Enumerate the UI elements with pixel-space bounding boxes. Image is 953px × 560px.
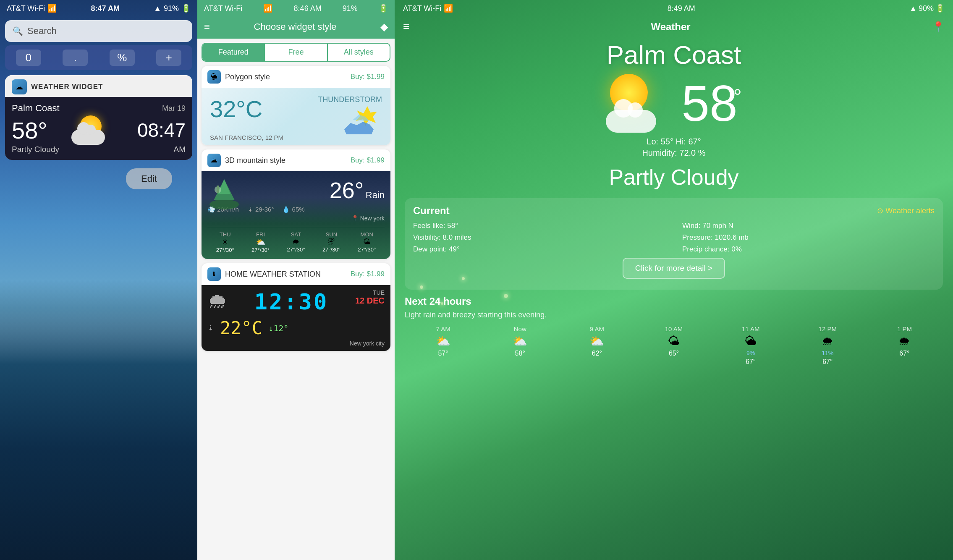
calc-plus[interactable]: + bbox=[156, 50, 181, 66]
home-station-card: 🌡 HOME WEATHER STATION Buy: $1.99 🌧 12:3… bbox=[202, 263, 390, 351]
weather-widget-header: ☁ WEATHER WIDGET bbox=[5, 75, 192, 97]
forecast-day-sun: SUN ⛈ 27°/30° bbox=[322, 231, 340, 253]
svg-rect-7 bbox=[217, 186, 219, 193]
forecast-day-thu: THU ☀ 27°/30° bbox=[216, 231, 234, 253]
forecast-day-sat: SAT 🌧 27°/30° bbox=[287, 231, 305, 253]
edit-button[interactable]: Edit bbox=[126, 168, 172, 189]
hour-icon-now: ⛅ bbox=[482, 334, 558, 348]
mountain-condition: Rain bbox=[366, 190, 385, 200]
search-bar[interactable]: 🔍 Search bbox=[5, 20, 192, 42]
calc-zero[interactable]: 0 bbox=[16, 50, 41, 66]
hour-icon-7am: ⛅ bbox=[405, 334, 482, 348]
hour-precip-12pm: 11% bbox=[789, 350, 866, 356]
station-temperature: 22°C bbox=[220, 318, 262, 338]
main-temp-display: 58° bbox=[681, 78, 741, 128]
panel2-header: ≡ Choose widget style ◆ bbox=[197, 17, 395, 39]
lo-hi-row: Lo: 55° Hi: 67° bbox=[405, 137, 943, 147]
p3-battery: 90% bbox=[919, 4, 934, 13]
station-temp-row: 🌡 22°C ↓12° bbox=[207, 318, 385, 338]
polygon-temperature: 32°C bbox=[210, 95, 262, 123]
polygon-weather-icon bbox=[340, 104, 382, 138]
station-date-col: TUE 12 DEC bbox=[355, 289, 385, 306]
mountain-style-name: 3D mountain style bbox=[225, 156, 285, 165]
hour-icon-12pm: 🌧 bbox=[789, 334, 866, 348]
panel3-status-bar: AT&T Wi-Fi 📶 8:49 AM ▲ 90% 🔋 bbox=[395, 0, 953, 17]
station-top-row: 🌧 12:30 TUE 12 DEC bbox=[207, 289, 385, 314]
battery-label: 91% bbox=[164, 4, 179, 13]
location-icon: ▲ bbox=[154, 4, 161, 13]
mountain-temperature: 26° bbox=[330, 178, 364, 203]
panel3-weather-detail: AT&T Wi-Fi 📶 8:49 AM ▲ 90% 🔋 ≡ Weather 📍… bbox=[395, 0, 953, 560]
search-placeholder: Search bbox=[27, 26, 57, 37]
mountain-style-card: ⛰ 3D mountain style Buy: $1.99 26° bbox=[202, 149, 390, 259]
forecast-day-fri: FRI ⛅ 27°/30° bbox=[251, 231, 270, 253]
station-clock: 12:30 bbox=[254, 289, 329, 314]
hour-9am: 9 AM ⛅ 62° bbox=[558, 325, 635, 366]
panel2-widget-chooser: AT&T Wi-Fi 📶 8:46 AM 91% 🔋 ≡ Choose widg… bbox=[197, 0, 395, 560]
detail-dew-point: Dew point: 49° bbox=[413, 245, 665, 254]
search-icon: 🔍 bbox=[13, 26, 23, 36]
tab-all-styles[interactable]: All styles bbox=[328, 44, 390, 61]
station-date: 12 DEC bbox=[355, 296, 385, 306]
p2-carrier: AT&T Wi-Fi bbox=[204, 4, 242, 13]
hour-precip-11am: 9% bbox=[712, 350, 789, 356]
mountain-card-left: ⛰ 3D mountain style bbox=[207, 154, 285, 167]
next24-description: Light rain and breezy starting this even… bbox=[405, 311, 943, 319]
hour-temp-9am: 62° bbox=[558, 350, 635, 357]
hour-time-now: Now bbox=[482, 325, 558, 332]
diamond-icon[interactable]: ◆ bbox=[380, 21, 388, 33]
mountain-forecast: THU ☀ 27°/30° FRI ⛅ 27°/30° SAT 🌧 27°/30… bbox=[207, 227, 385, 253]
condition-large-text: Partly Cloudy bbox=[405, 165, 943, 190]
calculator-widget: 0 . % + bbox=[5, 45, 192, 70]
p3-hamburger-icon[interactable]: ≡ bbox=[403, 20, 409, 33]
station-city: New york city bbox=[207, 340, 385, 347]
hour-12pm: 12 PM 🌧 11% 67° bbox=[789, 325, 866, 366]
station-date-label: TUE bbox=[355, 289, 385, 296]
p3-battery-icon: 🔋 bbox=[935, 4, 945, 13]
hour-time-1pm: 1 PM bbox=[866, 325, 943, 332]
main-temperature: 58° bbox=[681, 75, 741, 131]
polygon-style-card: 🌦 Polygon style Buy: $1.99 32°C THUNDERS… bbox=[202, 66, 390, 145]
weather-widget-card: ☁ WEATHER WIDGET Palm Coast Mar 19 58° 0… bbox=[5, 75, 192, 160]
calc-percent[interactable]: % bbox=[110, 50, 135, 66]
station-clock-col: 12:30 bbox=[254, 289, 329, 314]
detail-precip: Precip chance: 0% bbox=[682, 245, 935, 254]
mountain-top-row: 26° Rain bbox=[207, 177, 385, 203]
polygon-app-icon: 🌦 bbox=[207, 70, 221, 84]
panel1-status-bar: AT&T Wi-Fi 📶 8:47 AM ▲ 91% 🔋 bbox=[0, 0, 197, 17]
detail-wind: Wind: 70 mph N bbox=[682, 222, 935, 230]
weather-main-row: 58° 08:47 bbox=[12, 115, 186, 145]
next24-title: Next 24 hours bbox=[405, 296, 943, 307]
p3-status-right: ▲ 90% 🔋 bbox=[909, 4, 945, 13]
station-style-name: HOME WEATHER STATION bbox=[225, 270, 321, 279]
glow-dot-2 bbox=[441, 302, 443, 305]
hour-temp-1pm: 67° bbox=[866, 350, 943, 357]
station-sub-temp: ↓12° bbox=[268, 323, 288, 333]
svg-marker-1 bbox=[344, 122, 374, 134]
hour-time-10am: 10 AM bbox=[635, 325, 712, 332]
hamburger-icon[interactable]: ≡ bbox=[204, 21, 210, 33]
detail-feels-like: Feels like: 58° bbox=[413, 222, 665, 230]
station-icon-temp: 🌧 bbox=[207, 289, 228, 312]
humidity-row: Humidity: 72.0 % bbox=[405, 148, 943, 158]
calc-dot[interactable]: . bbox=[63, 50, 88, 66]
polygon-buy-button[interactable]: Buy: $1.99 bbox=[351, 73, 385, 81]
hour-temp-12pm: 67° bbox=[789, 358, 866, 366]
mountain-city: 📍 New york bbox=[207, 215, 385, 222]
station-buy-button[interactable]: Buy: $1.99 bbox=[351, 270, 385, 278]
weather-alerts-label[interactable]: ⊙ Weather alerts bbox=[877, 206, 935, 215]
polygon-temp-area: 32°C bbox=[210, 95, 262, 123]
degree-symbol: ° bbox=[733, 85, 742, 108]
p3-location-pin-icon[interactable]: 📍 bbox=[932, 21, 945, 33]
tab-free[interactable]: Free bbox=[265, 44, 327, 61]
polygon-style-name: Polygon style bbox=[225, 73, 270, 81]
hour-1pm: 1 PM 🌧 67° bbox=[866, 325, 943, 366]
mountain-buy-button[interactable]: Buy: $1.99 bbox=[351, 156, 385, 165]
hour-icon-11am: 🌥 bbox=[712, 334, 789, 348]
mountain-feels-like: 🌡 29-36° bbox=[247, 206, 274, 213]
main-weather-icon bbox=[606, 74, 665, 133]
tab-featured[interactable]: Featured bbox=[202, 44, 265, 61]
more-detail-button[interactable]: Click for more detail > bbox=[623, 258, 725, 279]
cloud-shape bbox=[71, 130, 105, 145]
status-left: AT&T Wi-Fi 📶 bbox=[7, 4, 57, 13]
